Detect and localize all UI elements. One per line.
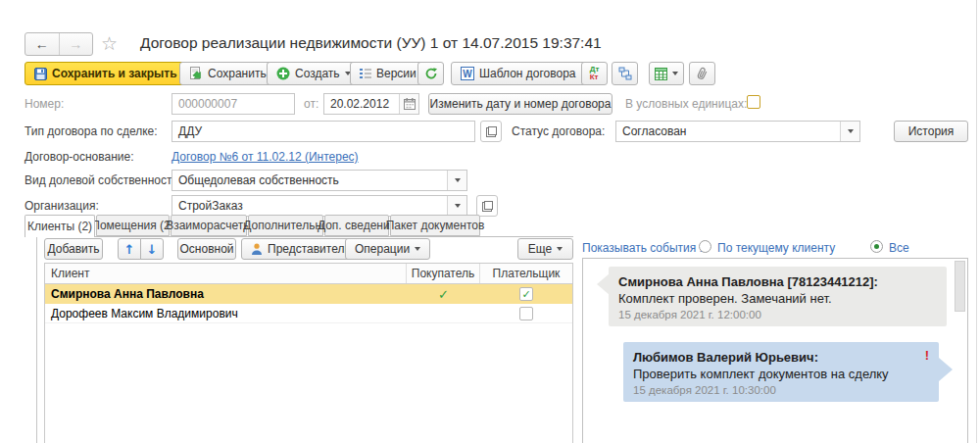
word-template-icon: W: [461, 67, 474, 80]
history-label: История: [908, 124, 955, 138]
organization-label: Организация:: [24, 199, 99, 213]
base-contract-link[interactable]: Договор №6 от 11.02.12 (Интерес): [172, 150, 359, 164]
representatives-label: Представители: [268, 242, 351, 256]
save-label: Сохранить: [208, 67, 267, 80]
important-icon: !: [925, 348, 929, 363]
ownership-dropdown-icon[interactable]: [447, 171, 466, 190]
create-plus-icon: [276, 67, 290, 80]
versions-label: Версии: [376, 67, 416, 80]
change-date-number-label: Изменить дату и номер договора: [430, 97, 612, 111]
tab-documents-package-label: Пакет документов: [386, 219, 485, 232]
payer-checkbox[interactable]: [519, 307, 533, 320]
radio-all-events[interactable]: [870, 240, 883, 253]
column-buyer[interactable]: Покупатель: [407, 264, 480, 283]
show-events-label: Показывать события :: [582, 241, 703, 255]
save-document-icon: [189, 67, 203, 80]
debit-credit-button[interactable]: ДтКт: [581, 62, 608, 85]
table-settings-button[interactable]: [649, 62, 684, 85]
add-label: Добавить: [47, 242, 99, 256]
contract-type-open-button[interactable]: [480, 121, 502, 142]
create-button[interactable]: Создать: [267, 62, 361, 85]
page-title: Договор реализации недвижимости (УУ) 1 о…: [140, 34, 602, 52]
attachments-button[interactable]: [689, 62, 715, 85]
ownership-combobox[interactable]: Общедолевая собственность: [172, 170, 467, 191]
ownership-value: Общедолевая собственность: [172, 173, 447, 187]
more-label: Еще: [528, 242, 552, 256]
tab-extra-info[interactable]: Доп. сведения: [324, 215, 389, 236]
add-client-button[interactable]: Добавить: [44, 238, 103, 260]
table-row[interactable]: Дорофеев Максим Владимирович: [45, 304, 572, 323]
conditional-units-checkbox[interactable]: [747, 95, 760, 109]
event-bubble[interactable]: Любимов Валерий Юрьевич: Проверить компл…: [623, 342, 939, 402]
tab-additional[interactable]: Дополнительно: [248, 215, 323, 236]
main-client-label: Основной: [180, 242, 234, 256]
save-close-label: Сохранить и закрыть: [52, 67, 177, 80]
organization-combobox[interactable]: СтройЗаказ: [172, 195, 467, 217]
operations-button[interactable]: Операции: [345, 238, 430, 260]
representatives-button[interactable]: Представители: [241, 238, 361, 260]
favorite-star-icon[interactable]: ☆: [101, 32, 118, 54]
contract-type-label: Тип договора по сделке:: [24, 124, 158, 138]
base-contract-label: Договор-основание:: [24, 150, 134, 164]
date-from-label: от:: [304, 97, 318, 111]
radio-current-client[interactable]: [699, 240, 711, 253]
organization-dropdown-icon[interactable]: [447, 196, 466, 216]
document-structure-button[interactable]: [612, 62, 638, 85]
back-button[interactable]: ←: [25, 33, 60, 55]
events-scrollbar[interactable]: [955, 261, 965, 312]
number-value: 000000007: [172, 97, 294, 111]
window-edge: [976, 0, 977, 443]
more-button[interactable]: Еще: [517, 238, 573, 260]
table-row[interactable]: Смирнова Анна Павловна ✓ ✓: [45, 284, 572, 304]
organization-open-button[interactable]: [476, 195, 498, 217]
operations-dropdown-icon: [415, 247, 420, 251]
move-up-button[interactable]: ↑: [118, 238, 141, 260]
main-client-button[interactable]: Основной: [177, 238, 236, 260]
save-button[interactable]: Сохранить: [179, 62, 276, 85]
client-name[interactable]: Дорофеев Максим Владимирович: [45, 307, 407, 320]
column-client[interactable]: Клиент: [45, 264, 407, 283]
tab-documents-package[interactable]: Пакет документов: [390, 215, 480, 236]
status-dropdown-icon[interactable]: [840, 122, 859, 141]
tab-premises-label: Помещения (2): [91, 219, 173, 232]
status-label: Статус договора:: [512, 124, 605, 138]
calendar-icon[interactable]: [399, 94, 418, 114]
clients-table-header[interactable]: Клиент Покупатель Плательщик: [45, 264, 572, 284]
radio-all-events-label[interactable]: Все: [889, 241, 909, 255]
contract-template-button[interactable]: W Шаблон договора: [451, 62, 586, 85]
tab-premises[interactable]: Помещения (2): [96, 215, 170, 236]
history-button[interactable]: История: [894, 121, 968, 142]
tab-settlements[interactable]: Взаиморасчеты: [171, 215, 247, 236]
check-icon: ✓: [521, 288, 530, 301]
number-field[interactable]: 000000007: [172, 93, 295, 115]
number-label: Номер:: [24, 97, 64, 111]
open-form-icon: [486, 126, 497, 137]
refresh-button[interactable]: [417, 62, 444, 85]
move-down-button[interactable]: ↓: [140, 238, 164, 260]
payer-checkbox[interactable]: ✓: [519, 287, 533, 301]
refresh-icon: [424, 67, 438, 80]
events-panel: Смирнова Анна Павловна [78123441212]: Ко…: [582, 258, 968, 443]
organization-value: СтройЗаказ: [172, 199, 447, 213]
event-timestamp: 15 декабря 2021 г. 10:30:00: [633, 384, 929, 396]
tab-clients[interactable]: Клиенты (2): [24, 215, 95, 237]
contract-date-value: 20.02.2012: [324, 97, 399, 111]
event-bubble[interactable]: Смирнова Анна Павловна [78123441212]: Ко…: [609, 267, 947, 326]
column-payer[interactable]: Плательщик: [480, 264, 572, 283]
contract-type-field[interactable]: ДДУ: [172, 121, 475, 142]
operations-label: Операции: [355, 242, 410, 256]
dt-kt-icon: ДтКт: [590, 66, 600, 81]
client-name[interactable]: Смирнова Анна Павловна: [45, 287, 407, 301]
contract-template-label: Шаблон договора: [479, 67, 576, 80]
change-date-number-button[interactable]: Изменить дату и номер договора: [428, 93, 612, 115]
move-down-icon: ↓: [147, 242, 158, 257]
versions-list-icon: [360, 68, 371, 79]
radio-current-client-label[interactable]: По текущему клиенту: [717, 241, 835, 255]
status-combobox[interactable]: Согласован: [615, 121, 860, 142]
contract-date-field[interactable]: 20.02.2012: [323, 93, 419, 115]
back-icon: ←: [35, 36, 49, 52]
open-form-icon: [482, 201, 493, 212]
save-close-button[interactable]: Сохранить и закрыть: [24, 62, 187, 85]
create-label: Создать: [295, 67, 340, 80]
forward-button[interactable]: →: [60, 33, 93, 55]
